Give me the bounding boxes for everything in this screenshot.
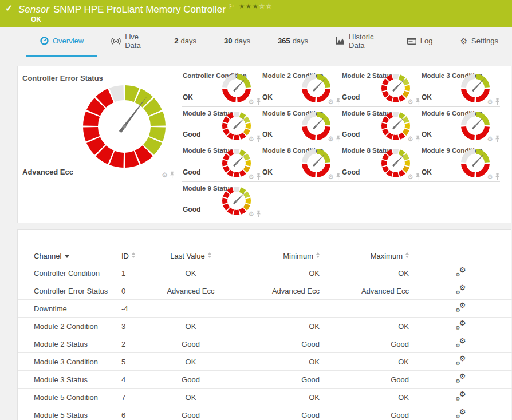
gauge-cell-actions[interactable]: ⚙ <box>487 98 500 105</box>
pin-icon[interactable] <box>415 98 420 105</box>
pin-icon[interactable] <box>256 210 261 217</box>
cell-channel[interactable]: Module 3 Status <box>18 371 121 389</box>
gauge-cell[interactable]: Module 2 ConditionOK⚙ <box>261 69 341 107</box>
column-header-channel[interactable]: Channel <box>18 248 121 264</box>
pin-icon[interactable] <box>415 173 420 180</box>
gauge-gear-icon[interactable]: ⚙ <box>328 99 334 105</box>
column-header-minimum[interactable]: Minimum <box>226 248 320 264</box>
tab-overview[interactable]: Overview <box>26 27 97 57</box>
cell-maximum: Good <box>320 335 409 353</box>
channel-settings-icon[interactable]: ⚙⚙ <box>456 392 466 401</box>
tab-label: Live Data <box>125 33 147 50</box>
gauge-cell[interactable]: Module 2 StatusGood⚙ <box>341 69 420 107</box>
gauge-cell[interactable]: Module 8 StatusGood⚙ <box>341 144 420 182</box>
small-gauge-grid: Controller ConditionOK⚙Module 2 Conditio… <box>182 69 508 219</box>
gauge-gear-icon[interactable]: ⚙ <box>162 172 168 179</box>
channel-settings-icon[interactable]: ⚙⚙ <box>456 356 466 366</box>
column-header-last-value[interactable]: Last Value <box>155 248 226 264</box>
cell-channel[interactable]: Module 5 Status <box>18 406 121 420</box>
gauge-gear-icon[interactable]: ⚙ <box>487 136 493 142</box>
pin-icon[interactable] <box>336 173 341 180</box>
channel-settings-icon[interactable]: ⚙⚙ <box>456 410 466 419</box>
pin-icon[interactable] <box>336 98 341 105</box>
gauge-value: OK <box>262 93 273 101</box>
gauge-value: OK <box>422 93 432 101</box>
pin-icon[interactable] <box>170 171 175 179</box>
gauge-cell-actions[interactable]: ⚙ <box>407 173 420 180</box>
gauge-cell-actions[interactable]: ⚙ <box>407 98 420 105</box>
pin-icon[interactable] <box>495 173 500 180</box>
gauge-gear-icon[interactable]: ⚙ <box>407 136 413 142</box>
column-header-id[interactable]: ID <box>121 248 155 264</box>
gauge-cell[interactable]: Module 3 StatusGood⚙ <box>182 107 261 145</box>
gauge-gear-icon[interactable]: ⚙ <box>248 174 254 180</box>
gauge-cell[interactable]: Module 9 StatusGood⚙ <box>182 182 261 220</box>
flag-icon[interactable]: ⚐ <box>229 3 234 10</box>
pin-icon[interactable] <box>495 98 500 105</box>
tab-live-data[interactable]: Live Data <box>97 27 160 57</box>
gauge-cell[interactable]: Module 9 ConditionOK⚙ <box>420 144 500 182</box>
cell-channel[interactable]: Module 5 Condition <box>18 389 121 406</box>
gauge-gear-icon[interactable]: ⚙ <box>248 99 254 105</box>
channel-table-panel: Channel ID Last Value Minimum Maximum Co… <box>17 229 511 420</box>
tab-settings[interactable]: ⚙Settings <box>446 27 512 57</box>
cell-last-value: Good <box>155 371 226 389</box>
gauge-cell[interactable]: Module 6 ConditionOK⚙ <box>420 107 500 145</box>
gauge-cell-actions[interactable]: ⚙ <box>328 173 341 180</box>
cell-maximum: Good <box>320 371 409 389</box>
gauge-cell-actions[interactable]: ⚙ <box>162 171 175 179</box>
column-header-maximum[interactable]: Maximum <box>320 248 409 264</box>
gauge-gear-icon[interactable]: ⚙ <box>328 136 334 142</box>
gauge-gear-icon[interactable]: ⚙ <box>248 136 254 142</box>
gauge-cell[interactable]: Module 3 ConditionOK⚙ <box>420 69 500 107</box>
gauge-gear-icon[interactable]: ⚙ <box>487 99 493 105</box>
cell-channel[interactable]: Module 2 Condition <box>18 318 121 335</box>
pin-icon[interactable] <box>495 135 500 142</box>
pin-icon[interactable] <box>256 98 261 105</box>
channel-settings-icon[interactable]: ⚙⚙ <box>456 339 466 348</box>
gauge-cell[interactable]: Module 8 ConditionOK⚙ <box>261 144 341 182</box>
gauge-cell-actions[interactable]: ⚙ <box>248 173 261 180</box>
gauge-cell[interactable]: Module 6 StatusGood⚙ <box>182 144 261 182</box>
gauge-gear-icon[interactable]: ⚙ <box>248 211 254 217</box>
channel-settings-icon[interactable]: ⚙⚙ <box>456 286 466 295</box>
channel-settings-icon[interactable]: ⚙⚙ <box>456 268 466 277</box>
gauge-value: OK <box>422 168 432 176</box>
cell-channel[interactable]: Controller Error Status <box>18 282 121 300</box>
tab-days[interactable]: 2days <box>160 27 210 57</box>
gauge-cell-main[interactable]: Controller Error Status Advanced Ecc ⚙ <box>20 69 176 180</box>
channel-settings-icon[interactable]: ⚙⚙ <box>456 321 466 330</box>
gauge-cell-actions[interactable]: ⚙ <box>248 210 261 217</box>
channel-settings-icon[interactable]: ⚙⚙ <box>456 303 466 312</box>
gauge-cell-actions[interactable]: ⚙ <box>407 135 420 142</box>
gauge-cell-actions[interactable]: ⚙ <box>248 135 261 142</box>
gauge-cell-actions[interactable]: ⚙ <box>328 98 341 105</box>
cell-id: 5 <box>121 353 155 371</box>
priority-stars[interactable]: ★★★☆☆ <box>239 2 273 10</box>
gauge-gear-icon[interactable]: ⚙ <box>407 99 413 105</box>
gauge-chart-slot <box>301 73 332 106</box>
gauge-gear-icon[interactable]: ⚙ <box>407 174 413 180</box>
gauge-cell-actions[interactable]: ⚙ <box>328 135 341 142</box>
tab-historic-data[interactable]: Historic Data <box>322 27 393 57</box>
gauge-gear-icon[interactable]: ⚙ <box>487 174 493 180</box>
tab-days[interactable]: 30days <box>210 27 264 57</box>
pin-icon[interactable] <box>415 135 420 142</box>
gauge-cell[interactable]: Module 5 StatusGood⚙ <box>341 107 420 145</box>
cell-channel[interactable]: Controller Condition <box>18 264 121 282</box>
gauge-cell-actions[interactable]: ⚙ <box>248 98 261 105</box>
gauge-cell-actions[interactable]: ⚙ <box>487 173 500 180</box>
gauge-cell[interactable]: Controller ConditionOK⚙ <box>182 69 261 107</box>
pin-icon[interactable] <box>256 173 261 180</box>
pin-icon[interactable] <box>256 135 261 142</box>
cell-channel[interactable]: Module 2 Status <box>18 335 121 353</box>
cell-channel[interactable]: Downtime <box>18 300 121 318</box>
gauge-cell[interactable]: Module 5 ConditionOK⚙ <box>261 107 341 145</box>
gauge-gear-icon[interactable]: ⚙ <box>328 174 334 180</box>
cell-channel[interactable]: Module 3 Condition <box>18 353 121 371</box>
tab-log[interactable]: Log <box>393 27 447 57</box>
tab-days[interactable]: 365days <box>264 27 322 57</box>
channel-settings-icon[interactable]: ⚙⚙ <box>456 374 466 383</box>
gauge-cell-actions[interactable]: ⚙ <box>487 135 500 142</box>
pin-icon[interactable] <box>336 135 341 142</box>
